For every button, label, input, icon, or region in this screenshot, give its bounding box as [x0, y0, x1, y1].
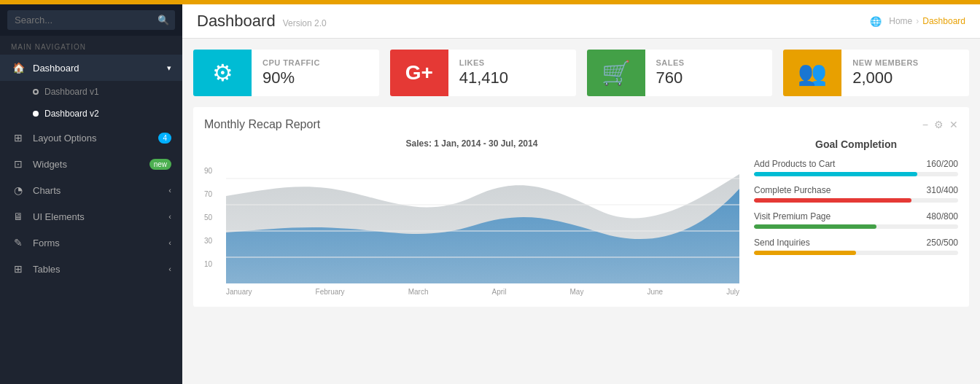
members-value: 2,000 [852, 68, 918, 87]
stat-cards-container: ⚙ CPU TRAFFIC 90% G+ LIKES 41,410 🛒 SALE… [182, 39, 980, 107]
chevron-icon: ‹ [168, 212, 171, 221]
sales-label: SALES [656, 58, 685, 67]
nav-section-label: MAIN NAVIGATION [0, 36, 182, 55]
breadcrumb-home[interactable]: Home [889, 16, 912, 26]
goal-label: Add Products to Cart [754, 159, 835, 169]
chevron-icon: ‹ [168, 186, 171, 195]
chevron-icon: ‹ [168, 238, 171, 247]
goal-value: 250/500 [927, 238, 958, 248]
likes-label: LIKES [459, 58, 508, 67]
sidebar-item-forms[interactable]: ✎ Forms ‹ [0, 230, 182, 256]
sidebar-item-label: Dashboard [33, 63, 79, 74]
goal-label: Send Inquiries [754, 238, 810, 248]
sidebar-item-widgets[interactable]: ⊡ Widgets new [0, 151, 182, 177]
chart-area: Sales: 1 Jan, 2014 - 30 Jul, 2014 90 70 … [204, 138, 739, 296]
charts-icon: ◔ [11, 184, 26, 196]
sidebar-subitem-label: Dashboard v2 [44, 109, 99, 119]
chart-inner: Sales: 1 Jan, 2014 - 30 Jul, 2014 90 70 … [204, 138, 958, 296]
goal-bar-fill [754, 224, 876, 229]
likes-body: LIKES 41,410 [448, 50, 519, 96]
sidebar-item-label: UI Elements [33, 211, 85, 222]
goal-item-purchase: Complete Purchase 310/400 [754, 185, 958, 203]
goal-label: Visit Premium Page [754, 211, 831, 222]
cpu-icon: ⚙ [193, 50, 252, 96]
layout-icon: ⊞ [11, 132, 26, 144]
sidebar-item-ui-elements[interactable]: 🖥 UI Elements ‹ [0, 203, 182, 230]
goal-bar-bg [754, 224, 958, 229]
sidebar-item-label: Forms [33, 238, 60, 248]
sales-value: 760 [656, 68, 685, 87]
likes-value: 41,410 [459, 68, 508, 87]
chart-header: Monthly Recap Report − ⚙ ✕ [204, 118, 958, 131]
page-version: Version 2.0 [283, 18, 327, 28]
goal-value: 480/800 [927, 211, 958, 222]
goal-value: 310/400 [927, 185, 958, 195]
sidebar-subitem-label: Dashboard v1 [44, 87, 99, 97]
settings-icon[interactable]: ⚙ [934, 119, 944, 130]
search-icon[interactable]: 🔍 [158, 15, 169, 26]
sales-icon: 🛒 [587, 50, 645, 96]
stat-card-members: 👥 NEW MEMBERS 2,000 [783, 50, 969, 96]
chart-section: Monthly Recap Report − ⚙ ✕ Sales: 1 Jan,… [193, 107, 969, 307]
cpu-value: 90% [262, 68, 320, 87]
goal-bar-bg [754, 198, 958, 203]
minimize-button[interactable]: − [922, 119, 928, 130]
badge-new: new [149, 159, 171, 170]
members-body: NEW MEMBERS 2,000 [841, 50, 929, 96]
sidebar-search-container: 🔍 [0, 4, 182, 36]
breadcrumb: 🌐 Home › Dashboard [870, 16, 965, 27]
sidebar-item-charts[interactable]: ◔ Charts ‹ [0, 177, 182, 203]
goal-item-premium: Visit Premium Page 480/800 [754, 211, 958, 229]
chart-actions: − ⚙ ✕ [922, 119, 958, 130]
stat-card-sales: 🛒 SALES 760 [587, 50, 773, 96]
sidebar: 🔍 MAIN NAVIGATION 🏠 Dashboard ▾ Dashboar… [0, 4, 182, 384]
dot-icon [33, 111, 39, 117]
y-axis-labels: 90 70 50 30 10 [204, 167, 212, 268]
breadcrumb-sep: › [916, 16, 919, 26]
sidebar-item-dashboard[interactable]: 🏠 Dashboard ▾ [0, 55, 182, 81]
forms-icon: ✎ [11, 237, 26, 248]
likes-icon: G+ [390, 50, 448, 96]
sidebar-item-label: Charts [33, 185, 61, 196]
sidebar-item-layout-options[interactable]: ⊞ Layout Options 4 [0, 125, 182, 151]
goal-title: Goal Completion [754, 138, 958, 150]
goal-item-cart: Add Products to Cart 160/200 [754, 159, 958, 176]
search-input[interactable] [7, 10, 175, 30]
sidebar-item-label: Widgets [33, 159, 67, 170]
page-title: Dashboard [197, 12, 276, 31]
goal-label: Complete Purchase [754, 185, 831, 195]
members-icon: 👥 [783, 50, 841, 96]
goal-completion: Goal Completion Add Products to Cart 160… [754, 138, 958, 296]
ui-icon: 🖥 [11, 211, 26, 222]
members-label: NEW MEMBERS [852, 58, 918, 67]
cpu-body: CPU TRAFFIC 90% [252, 50, 331, 96]
header-left: Dashboard Version 2.0 [197, 12, 327, 31]
close-icon[interactable]: ✕ [949, 119, 958, 130]
chevron-icon: ▾ [167, 63, 171, 73]
goal-bar-bg [754, 251, 958, 255]
dashboard-icon: 🏠 [11, 62, 26, 74]
dot-icon [33, 89, 39, 95]
stat-card-likes: G+ LIKES 41,410 [390, 50, 576, 96]
globe-icon: 🌐 [870, 16, 882, 27]
content-header: Dashboard Version 2.0 🌐 Home › Dashboard [182, 4, 980, 39]
chevron-icon: ‹ [168, 265, 171, 273]
goal-bar-fill [754, 172, 917, 176]
sidebar-item-label: Tables [33, 264, 61, 275]
chart-wrap: 90 70 50 30 10 [204, 152, 739, 286]
sidebar-item-dashboard-v1[interactable]: Dashboard v1 [0, 81, 182, 103]
x-axis-labels: January February March April May June Ju… [204, 288, 739, 296]
goal-bar-fill [754, 198, 911, 203]
chart-subtitle: Sales: 1 Jan, 2014 - 30 Jul, 2014 [204, 138, 739, 149]
chart-title: Monthly Recap Report [204, 118, 320, 131]
sales-body: SALES 760 [645, 50, 696, 96]
goal-value: 160/200 [927, 159, 958, 169]
sidebar-item-tables[interactable]: ⊞ Tables ‹ [0, 256, 182, 282]
goal-item-inquiries: Send Inquiries 250/500 [754, 238, 958, 255]
main-layout: 🔍 MAIN NAVIGATION 🏠 Dashboard ▾ Dashboar… [0, 4, 980, 384]
sidebar-item-dashboard-v2[interactable]: Dashboard v2 [0, 103, 182, 125]
cpu-label: CPU TRAFFIC [262, 58, 320, 67]
sidebar-item-label: Layout Options [33, 133, 96, 144]
tables-icon: ⊞ [11, 263, 26, 275]
stat-card-cpu: ⚙ CPU TRAFFIC 90% [193, 50, 379, 96]
